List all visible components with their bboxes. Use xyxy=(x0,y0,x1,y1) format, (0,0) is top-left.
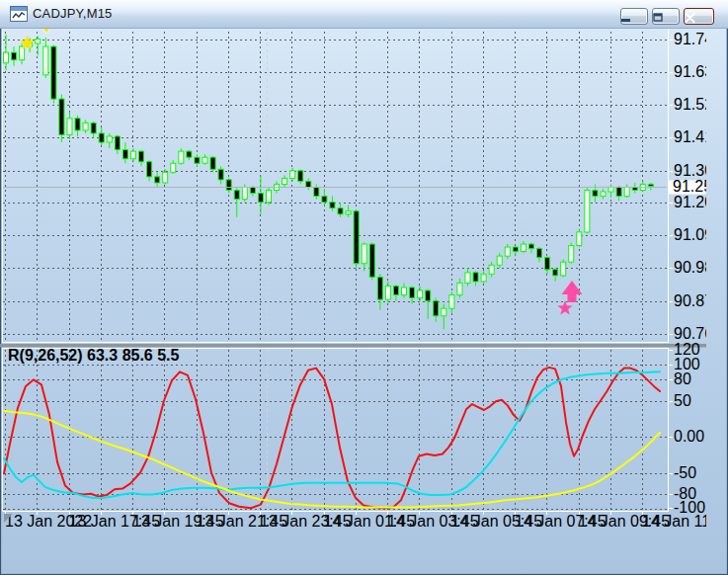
minimize-button[interactable] xyxy=(620,8,648,25)
candle xyxy=(139,150,144,167)
candle xyxy=(362,243,366,272)
bull-candle-body xyxy=(489,265,494,274)
bear-candle-body xyxy=(122,150,127,159)
bear-candle-body xyxy=(537,249,542,258)
bear-candle-body xyxy=(322,197,327,203)
bull-candle-body xyxy=(497,256,502,265)
time-axis-label: 14 Jan 11:45 xyxy=(642,513,706,530)
candle xyxy=(528,243,533,254)
candle xyxy=(521,241,526,253)
candle xyxy=(338,203,343,217)
candle xyxy=(434,298,439,322)
bear-candle-body xyxy=(306,181,311,187)
candle xyxy=(402,283,407,297)
bear-candle-body xyxy=(553,270,558,276)
candle xyxy=(616,186,621,201)
candle xyxy=(67,113,72,139)
candle xyxy=(513,246,518,257)
price-axis-label: 90.870 xyxy=(674,292,706,309)
titlebar[interactable]: CADJPY,M15 xyxy=(0,0,728,29)
candle xyxy=(107,133,112,148)
bear-candle-body xyxy=(59,99,64,134)
bull-candle-body xyxy=(362,244,366,264)
bull-candle-body xyxy=(481,274,486,282)
bull-candle-body xyxy=(202,157,207,163)
bull-candle-body xyxy=(402,288,407,295)
bull-candle-body xyxy=(608,187,613,192)
candle xyxy=(266,187,271,205)
close-icon xyxy=(685,13,695,23)
bear-candle-body xyxy=(226,180,231,191)
bull-candle-body xyxy=(418,290,423,298)
bull-candle-body xyxy=(449,295,454,309)
bull-candle-body xyxy=(242,187,247,199)
bull-candle-body xyxy=(4,52,9,63)
bear-candle-body xyxy=(354,211,359,264)
candle xyxy=(640,181,645,192)
bull-candle-body xyxy=(465,273,470,284)
bull-candle-body xyxy=(163,172,168,183)
candle xyxy=(624,184,629,198)
candle xyxy=(43,38,48,78)
bear-candle-body xyxy=(195,157,200,163)
bull-candle-body xyxy=(457,283,462,294)
bull-candle-body xyxy=(107,136,112,142)
bull-candle-body xyxy=(585,191,590,232)
time-axis[interactable]: 13 Jan 202213 Jan 17:4513 Jan 19:4513 Ja… xyxy=(5,512,706,530)
indicator-line-yellow xyxy=(4,411,660,508)
candle xyxy=(330,197,335,211)
candle xyxy=(393,285,398,301)
candle xyxy=(226,178,231,193)
indicator-axis[interactable]: 12010080500.00-50-80-100 xyxy=(669,341,706,516)
candle xyxy=(258,175,263,213)
bear-candle-body xyxy=(369,244,374,277)
bear-candle-body xyxy=(99,133,104,142)
bear-candle-body xyxy=(513,247,518,252)
candle xyxy=(59,95,64,142)
bear-candle-body xyxy=(473,273,478,282)
bear-candle-body xyxy=(187,151,192,157)
chart-window-icon xyxy=(10,6,28,22)
candle xyxy=(314,184,319,199)
bull-candle-body xyxy=(130,151,135,159)
candle xyxy=(585,187,590,233)
candle xyxy=(179,148,184,165)
bear-candle-body xyxy=(528,244,533,249)
indicator-axis-label: 0.00 xyxy=(674,428,704,445)
bull-candle-body xyxy=(290,171,295,179)
bear-candle-body xyxy=(434,301,439,316)
candle xyxy=(322,189,327,205)
maximize-icon xyxy=(653,13,664,23)
bull-candle-body xyxy=(505,247,510,256)
candle xyxy=(12,46,17,66)
candle xyxy=(561,259,566,277)
candle xyxy=(346,205,351,217)
price-axis-label: 90.980 xyxy=(674,259,706,276)
bear-candle-body xyxy=(218,169,223,180)
bull-candle-body xyxy=(171,163,176,172)
bear-candle-body xyxy=(338,208,343,214)
bull-candle-body xyxy=(36,40,40,44)
candle xyxy=(234,187,239,216)
price-axis[interactable]: 91.74591.63591.52591.41591.30591.20091.0… xyxy=(669,31,707,342)
candle xyxy=(442,304,446,330)
candle xyxy=(601,189,606,200)
maximize-button[interactable] xyxy=(652,8,680,25)
candle xyxy=(553,268,558,282)
price-chart-canvas[interactable]: 91.74591.63591.52591.41591.30591.20091.0… xyxy=(0,0,706,534)
indicator-axis-label: 80 xyxy=(674,370,691,387)
candle xyxy=(171,160,176,174)
candle xyxy=(354,209,359,268)
price-axis-label: 91.745 xyxy=(674,31,706,47)
candle xyxy=(283,175,287,187)
current-price-label: 91.253 xyxy=(673,178,706,195)
bear-candle-body xyxy=(258,194,263,203)
bull-candle-body xyxy=(601,192,606,197)
bull-candle-body xyxy=(83,123,88,130)
close-button[interactable] xyxy=(684,8,714,25)
candle xyxy=(497,253,502,268)
candle xyxy=(377,274,382,309)
candle xyxy=(426,289,431,319)
candle xyxy=(537,247,542,262)
candle xyxy=(473,271,478,286)
